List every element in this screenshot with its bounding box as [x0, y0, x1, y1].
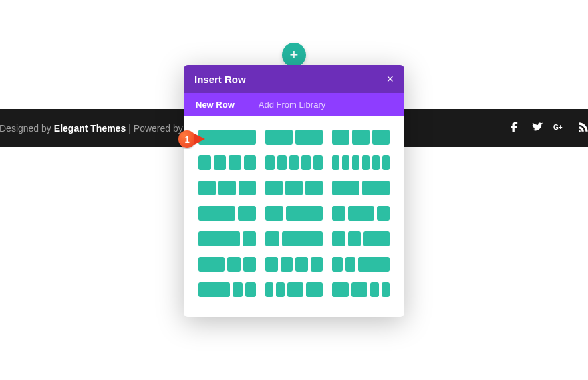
layout-col — [352, 155, 359, 170]
layout-option-9[interactable] — [332, 181, 390, 195]
add-row-trigger[interactable]: + — [282, 43, 306, 67]
layout-col — [351, 282, 368, 297]
layout-col — [227, 257, 241, 272]
layout-col — [332, 181, 359, 195]
tab-add-from-library[interactable]: Add From Library — [247, 93, 337, 116]
layout-option-12[interactable] — [332, 206, 390, 221]
layout-col — [377, 206, 390, 221]
layout-option-7[interactable] — [198, 181, 256, 195]
layout-col — [332, 130, 349, 145]
layout-col — [305, 181, 323, 195]
layout-option-11[interactable] — [265, 206, 323, 221]
layout-col — [265, 231, 279, 246]
layout-col — [287, 282, 304, 297]
layout-col — [281, 257, 293, 272]
layout-col — [244, 155, 257, 170]
layout-col — [285, 181, 303, 195]
layout-col — [198, 231, 240, 246]
layout-col — [243, 231, 257, 246]
plus-icon: + — [290, 46, 299, 64]
layout-option-6[interactable] — [332, 155, 390, 170]
modal-body — [184, 116, 404, 317]
layout-col — [198, 130, 256, 145]
layout-option-17[interactable] — [265, 257, 323, 272]
layout-col — [214, 155, 227, 170]
layout-col — [352, 130, 370, 145]
layout-col — [342, 155, 349, 170]
layout-option-14[interactable] — [265, 231, 323, 246]
layout-col — [276, 282, 284, 297]
layout-option-2[interactable] — [265, 130, 323, 145]
annotation-marker: 1 — [178, 130, 205, 148]
designed-prefix: Designed by — [0, 123, 51, 134]
layout-col — [362, 181, 390, 195]
layout-option-15[interactable] — [332, 231, 390, 246]
modal-header: Insert Row × — [184, 65, 404, 93]
layout-col — [332, 206, 345, 221]
twitter-icon[interactable] — [531, 120, 544, 136]
layout-option-4[interactable] — [198, 155, 256, 170]
layout-col — [238, 206, 256, 221]
layout-col — [295, 130, 323, 145]
layout-option-18[interactable] — [332, 257, 390, 272]
layout-col — [239, 181, 256, 195]
layout-col — [229, 155, 241, 170]
layout-col — [358, 257, 390, 272]
layout-option-19[interactable] — [198, 282, 256, 297]
layout-col — [265, 130, 293, 145]
modal-tabs: New Row Add From Library — [184, 93, 404, 116]
layout-col — [277, 155, 287, 170]
svg-text:G+: G+ — [553, 124, 563, 131]
layout-col — [382, 155, 390, 170]
layout-col — [311, 257, 323, 272]
layout-col — [332, 155, 339, 170]
powered-prefix: Powered by — [134, 123, 183, 134]
layout-col — [265, 282, 273, 297]
layout-option-20[interactable] — [265, 282, 323, 297]
layout-option-1[interactable] — [198, 130, 256, 145]
layout-col — [372, 130, 390, 145]
layout-col — [282, 231, 323, 246]
annotation-index: 1 — [178, 130, 196, 148]
layout-col — [265, 155, 275, 170]
insert-row-modal: Insert Row × New Row Add From Library — [184, 65, 404, 317]
layout-col — [362, 155, 370, 170]
layout-col — [363, 231, 390, 246]
layout-col — [243, 257, 257, 272]
layout-col — [301, 155, 311, 170]
layout-option-10[interactable] — [198, 206, 256, 221]
layout-option-5[interactable] — [265, 155, 323, 170]
layout-option-3[interactable] — [332, 130, 390, 145]
layout-col — [198, 282, 230, 297]
layout-col — [265, 206, 283, 221]
layout-col — [218, 181, 236, 195]
layout-option-8[interactable] — [265, 181, 323, 195]
layout-col — [295, 257, 308, 272]
elegant-themes-link[interactable]: Elegant Themes — [54, 123, 126, 134]
googleplus-icon[interactable]: G+ — [553, 120, 567, 136]
layout-col — [198, 155, 211, 170]
layout-option-21[interactable] — [332, 282, 390, 297]
layout-col — [332, 257, 343, 272]
separator: | — [128, 123, 131, 134]
close-icon[interactable]: × — [386, 73, 394, 85]
facebook-icon[interactable] — [508, 120, 521, 136]
layout-col — [345, 257, 356, 272]
layout-col — [286, 206, 323, 221]
layout-col — [370, 282, 378, 297]
layout-option-13[interactable] — [198, 231, 256, 246]
tab-new-row[interactable]: New Row — [184, 93, 247, 116]
layout-col — [265, 257, 278, 272]
layout-col — [198, 181, 216, 195]
layout-grid — [198, 130, 390, 297]
layout-col — [233, 282, 243, 297]
layout-col — [348, 206, 374, 221]
layout-col — [313, 155, 323, 170]
layout-option-16[interactable] — [198, 257, 256, 272]
layout-col — [198, 206, 235, 221]
rss-icon[interactable] — [576, 120, 588, 136]
layout-col — [382, 282, 390, 297]
social-icons: G+ — [508, 120, 588, 136]
modal-title: Insert Row — [194, 74, 246, 85]
layout-col — [289, 155, 299, 170]
